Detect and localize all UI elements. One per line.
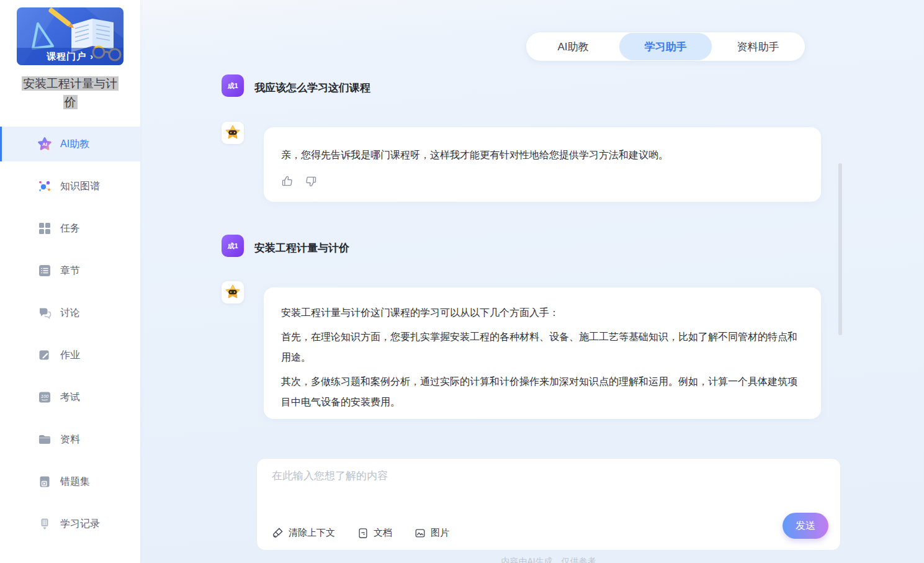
tab-ai-tutor[interactable]: AI助教 — [527, 33, 619, 60]
image-icon — [415, 528, 426, 539]
wrong-book-icon — [37, 474, 52, 489]
sidebar-item-label: AI助教 — [60, 138, 89, 151]
tab-materials-assistant[interactable]: 资料助手 — [712, 33, 804, 60]
sidebar: 课程门户 › 安装工程计量与计 价 AI AI助教 — [0, 0, 140, 563]
chat-scrollbar[interactable] — [838, 163, 842, 335]
ai-avatar — [222, 122, 244, 144]
discussion-icon — [37, 305, 52, 320]
user-message: 我应该怎么学习这们课程 — [254, 81, 370, 95]
ai-message-bubble: 亲，您得先告诉我是哪门课程呀，这样我才能更有针对性地给您提供学习方法和建议哟。 — [264, 127, 821, 202]
thumbs-down-button[interactable] — [305, 175, 317, 187]
image-label: 图片 — [431, 527, 449, 539]
clear-context-button[interactable]: 清除上下文 — [272, 527, 335, 539]
homework-icon — [37, 348, 52, 363]
assistant-tabbar: AI助教 学习助手 资料助手 — [526, 32, 805, 61]
course-portal-label: 课程门户 — [47, 51, 86, 63]
sidebar-nav: AI AI助教 知识图谱 — [0, 127, 140, 549]
composer: 清除上下文 文档 图片 发送 — [256, 458, 841, 551]
sidebar-item-label: 考试 — [60, 391, 80, 404]
clear-context-brush-icon — [272, 527, 284, 539]
sidebar-item-study-record[interactable]: 学习记录 — [0, 507, 140, 541]
user-avatar: 成1 — [222, 235, 244, 257]
ai-avatar — [222, 281, 244, 304]
exam-100-icon: 100 — [37, 390, 52, 405]
sidebar-item-tasks[interactable]: 任务 — [0, 211, 140, 246]
ai-star-icon: AI — [37, 137, 52, 151]
tasks-grid-icon — [37, 221, 52, 236]
sidebar-item-materials[interactable]: 资料 — [0, 422, 140, 457]
course-title-line1: 安装工程计量与计 — [22, 76, 119, 91]
course-title-line2: 价 — [63, 95, 78, 109]
study-record-icon — [37, 516, 52, 531]
tab-study-assistant[interactable]: 学习助手 — [619, 33, 712, 60]
user-avatar-badge: 成1 — [227, 241, 238, 251]
sidebar-item-label: 章节 — [60, 264, 80, 277]
sidebar-item-label: 资料 — [60, 433, 80, 446]
knowledge-graph-icon — [37, 179, 52, 194]
ai-disclaimer: 内容由AI生成，仅供参考 — [256, 556, 841, 563]
user-avatar-badge: 成1 — [227, 81, 238, 91]
folder-icon — [37, 432, 52, 447]
chapters-list-icon — [37, 263, 52, 278]
sidebar-item-label: 作业 — [60, 349, 80, 362]
user-message: 安装工程计量与计价 — [254, 241, 349, 255]
thumbs-up-button[interactable] — [281, 175, 294, 187]
send-button[interactable]: 发送 — [783, 513, 828, 539]
composer-toolbar: 清除上下文 文档 图片 — [272, 527, 449, 539]
sidebar-item-label: 讨论 — [60, 307, 80, 320]
ai-message-text: 亲，您得先告诉我是哪门课程呀，这样我才能更有针对性地给您提供学习方法和建议哟。 — [281, 145, 804, 165]
ai-message-paragraph: 其次，多做练习题和案例分析，通过实际的计算和计价操作来加深对知识点的理解和运用。… — [281, 371, 804, 412]
ai-message-paragraph: 首先，在理论知识方面，您要扎实掌握安装工程的各种材料、设备、施工工艺等基础知识，… — [281, 327, 804, 367]
attach-image-button[interactable]: 图片 — [415, 527, 449, 539]
course-portal-banner[interactable]: 课程门户 › — [17, 7, 123, 65]
chat-input[interactable] — [272, 469, 818, 505]
sidebar-item-chapters[interactable]: 章节 — [0, 253, 140, 288]
feedback-bar — [281, 175, 804, 187]
sidebar-item-discussion[interactable]: 讨论 — [0, 295, 140, 330]
ai-star-robot-icon — [223, 124, 242, 142]
sidebar-item-label: 学习记录 — [60, 518, 100, 531]
chevron-right-icon: › — [90, 52, 94, 61]
svg-text:100: 100 — [41, 394, 49, 399]
document-icon — [357, 528, 369, 539]
sidebar-item-label: 知识图谱 — [60, 180, 100, 193]
user-avatar: 成1 — [222, 74, 244, 97]
sidebar-item-label: 任务 — [60, 222, 80, 235]
ai-message-paragraph: 安装工程计量与计价这门课程的学习可以从以下几个方面入手： — [281, 302, 804, 323]
course-portal-link[interactable]: 课程门户 › — [17, 48, 123, 65]
sidebar-item-ai-tutor[interactable]: AI AI助教 — [0, 127, 140, 161]
sidebar-item-label: 错题集 — [60, 475, 90, 489]
ai-message-bubble: 安装工程计量与计价这门课程的学习可以从以下几个方面入手： 首先，在理论知识方面，… — [264, 287, 821, 419]
sidebar-item-homework[interactable]: 作业 — [0, 338, 140, 372]
course-title: 安装工程计量与计 价 — [0, 74, 140, 112]
sidebar-item-exam[interactable]: 100 考试 — [0, 380, 140, 415]
svg-text:AI: AI — [42, 142, 47, 147]
clear-context-label: 清除上下文 — [289, 527, 335, 539]
sidebar-item-knowledge-graph[interactable]: 知识图谱 — [0, 169, 140, 204]
sidebar-item-wrong-book[interactable]: 错题集 — [0, 464, 140, 499]
document-label: 文档 — [374, 527, 392, 539]
ai-star-robot-icon — [223, 283, 242, 302]
attach-document-button[interactable]: 文档 — [357, 527, 392, 539]
